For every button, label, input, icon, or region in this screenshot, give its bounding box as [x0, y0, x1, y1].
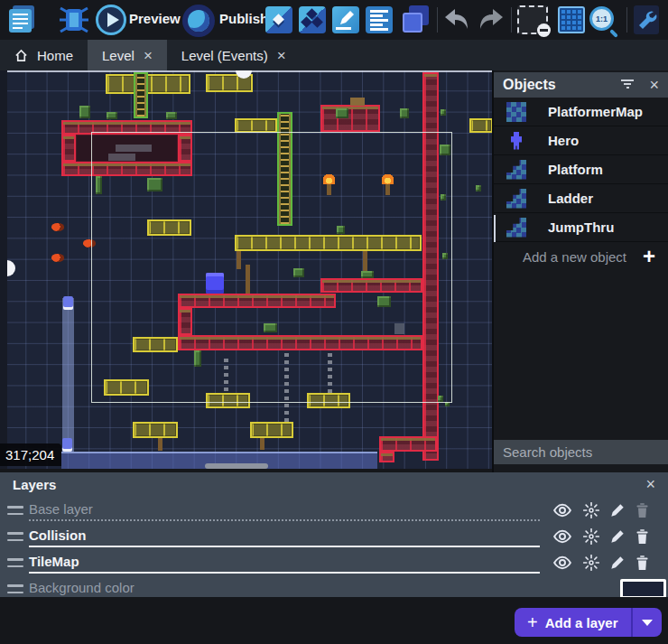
add-layer-dropdown[interactable]	[631, 608, 662, 637]
objects-panel: Objects × PlatformerMap Hero Platform La…	[492, 70, 668, 472]
add-layer-button[interactable]: + Add a layer	[515, 608, 631, 637]
tile-green	[337, 226, 345, 234]
tile-red	[61, 135, 76, 162]
tile-green	[293, 268, 304, 277]
tile-climber	[62, 438, 72, 452]
tile-red	[379, 436, 437, 452]
tile-green	[440, 145, 450, 155]
effects-icon[interactable]	[583, 528, 599, 545]
vertical-scrollbar-thumb[interactable]	[7, 260, 15, 276]
tile-bat	[83, 239, 96, 247]
delete-layer-icon[interactable]	[636, 555, 649, 571]
drag-handle-icon[interactable]	[7, 506, 23, 515]
tab-label: Home	[37, 48, 73, 63]
tile-post	[327, 184, 331, 195]
tab-level-events[interactable]: Level (Events) ×	[167, 40, 301, 70]
delete-layer-icon[interactable]	[636, 529, 649, 545]
close-panel-icon[interactable]: ×	[645, 476, 655, 492]
layer-name-field[interactable]: Base layer	[29, 499, 540, 521]
background-color-swatch[interactable]	[620, 579, 666, 599]
zoom-1-1-icon[interactable]: 1:1	[588, 5, 622, 37]
bottom-scrollbar-thumb[interactable]	[205, 463, 268, 469]
objects-panel-title: Objects	[503, 77, 620, 93]
tile-green	[476, 185, 481, 191]
preferences-icon[interactable]	[634, 5, 659, 34]
object-item-platform[interactable]: Platform	[494, 155, 668, 184]
edit-layer-icon[interactable]	[610, 555, 625, 570]
tile-ladder	[134, 72, 148, 118]
visibility-icon[interactable]	[552, 555, 572, 570]
preview-label[interactable]: Preview	[129, 11, 181, 26]
toggle-grid-icon[interactable]	[558, 6, 585, 33]
level-canvas[interactable]	[7, 70, 492, 469]
undo-button[interactable]	[441, 5, 472, 35]
project-manager-icon[interactable]	[7, 5, 36, 33]
tile-green	[264, 323, 277, 332]
objects-panel-header: Objects ×	[494, 72, 668, 98]
effects-icon[interactable]	[583, 555, 599, 571]
drag-handle-icon[interactable]	[7, 558, 23, 567]
layer-row-tilemap: TileMap	[0, 550, 668, 575]
events-sheet-icon[interactable]	[366, 6, 393, 33]
layer-name-field[interactable]: Collision	[29, 526, 540, 547]
tab-home[interactable]: Home	[0, 40, 88, 70]
tile-yellow	[469, 118, 492, 133]
object-item-hero[interactable]: Hero	[494, 126, 668, 155]
edit-object-icon[interactable]	[332, 6, 359, 33]
tile-red	[320, 278, 422, 293]
tile-bat	[51, 223, 64, 231]
wrench-glyph	[634, 5, 659, 34]
effects-icon[interactable]	[583, 502, 599, 518]
tile-lightcol	[62, 298, 74, 452]
tile-yellow	[206, 393, 250, 408]
panel-scrollbar-thumb[interactable]	[494, 215, 496, 242]
tile-post	[158, 438, 162, 451]
add-new-object-button[interactable]: Add a new object +	[494, 242, 668, 271]
debugger-icon[interactable]	[58, 5, 90, 35]
tab-label: Level (Events)	[181, 48, 268, 63]
filter-icon[interactable]	[620, 79, 635, 90]
layers-stack-icon[interactable]	[400, 5, 431, 35]
drag-handle-icon[interactable]	[7, 532, 23, 541]
tile-post	[385, 184, 390, 195]
layers-panel: Layers × Base layerCollisionTileMapBackg…	[0, 472, 668, 597]
tile-chain	[284, 352, 289, 422]
tile-green	[400, 108, 409, 118]
redo-button[interactable]	[476, 5, 506, 35]
tile-green	[194, 350, 201, 367]
edit-layer-icon[interactable]	[610, 529, 625, 544]
object-item-platformermap[interactable]: PlatformerMap	[494, 98, 668, 126]
drag-handle-icon[interactable]	[7, 584, 23, 593]
visibility-icon[interactable]	[552, 503, 572, 518]
visibility-icon[interactable]	[552, 529, 572, 544]
layer-name: Background color	[29, 580, 135, 595]
close-panel-icon[interactable]: ×	[649, 77, 659, 93]
layer-name-field[interactable]: TileMap	[29, 552, 540, 574]
publish-label[interactable]: Publish	[219, 11, 268, 26]
layer-front-shape	[403, 13, 422, 33]
tile-post	[246, 265, 250, 294]
tile-ladder	[277, 112, 292, 226]
external-layout-icon[interactable]	[299, 6, 326, 33]
object-item-jumpthru[interactable]: JumpThru	[494, 213, 668, 242]
deselect-all-icon[interactable]	[517, 5, 548, 34]
tile-green	[442, 253, 448, 259]
tile-flame	[382, 172, 394, 184]
edit-layer-icon[interactable]	[610, 503, 625, 518]
edit-scene-icon[interactable]	[265, 6, 292, 33]
delete-layer-icon[interactable]	[636, 503, 649, 518]
toolbar-divider	[511, 7, 512, 33]
preview-button[interactable]	[96, 5, 126, 35]
tile-flame	[323, 172, 335, 184]
play-icon	[107, 13, 119, 27]
tile-yellow	[133, 422, 178, 438]
publish-button[interactable]	[182, 5, 215, 37]
close-tab-icon[interactable]: ×	[277, 48, 286, 63]
plus-icon: +	[527, 613, 538, 631]
tab-level[interactable]: Level ×	[88, 40, 167, 70]
tile-red	[178, 308, 192, 335]
search-input[interactable]	[503, 444, 668, 460]
close-tab-icon[interactable]: ×	[144, 48, 153, 63]
object-item-ladder[interactable]: Ladder	[494, 184, 668, 213]
page-front-shape	[9, 9, 32, 33]
